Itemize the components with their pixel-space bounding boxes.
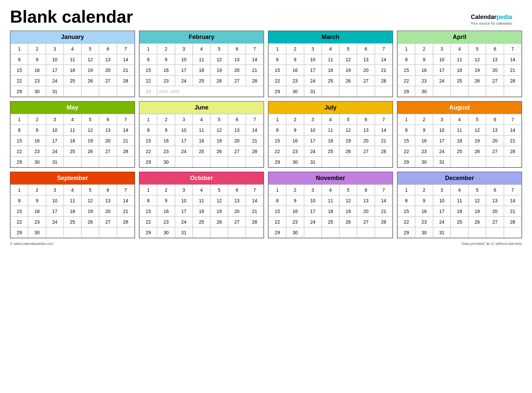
month-header-jan: January: [10, 31, 135, 43]
day-cell: 24: [46, 76, 64, 86]
day-cell: [468, 86, 486, 97]
day-cell: 25: [322, 76, 339, 86]
month-header-dec: December: [397, 172, 522, 184]
day-cell: 27: [486, 76, 504, 86]
month-header-jul: July: [268, 101, 393, 114]
day-cell: 5: [339, 44, 357, 54]
day-cell: 6: [228, 44, 246, 54]
day-cell: 1: [140, 114, 157, 125]
day-cell: 25: [64, 217, 81, 227]
day-cell: 23: [28, 76, 46, 86]
day-cell: 10: [304, 54, 322, 65]
day-cell: 8: [11, 125, 28, 135]
day-cell: 14: [504, 195, 521, 206]
day-cell: 29: [140, 227, 157, 238]
day-cell: 20: [357, 65, 375, 76]
day-cell: 25: [64, 76, 81, 86]
day-cell: 24: [46, 217, 64, 227]
day-cell: 6: [357, 114, 375, 125]
day-cell: 2: [28, 185, 46, 195]
day-cell: 2: [157, 44, 175, 54]
day-cell: 10: [304, 125, 322, 135]
day-cell: 2: [286, 44, 304, 54]
day-cell: 4: [64, 44, 81, 54]
day-cell: [193, 157, 210, 167]
day-cell: 21: [246, 65, 263, 76]
day-cell: 3: [304, 114, 322, 125]
table-row: 1234567: [11, 114, 135, 125]
day-cell: 1: [11, 185, 28, 195]
day-cell: 3: [304, 44, 322, 54]
day-cell: 25: [451, 146, 468, 157]
day-cell: 9: [157, 195, 175, 206]
day-cell: 19: [81, 135, 99, 146]
day-cell: 5: [81, 44, 99, 54]
day-cell: 15: [11, 135, 28, 146]
table-row: 22232425262728: [11, 146, 135, 157]
day-cell: 21: [246, 135, 263, 146]
table-row: 15161718192021: [140, 65, 264, 76]
day-cell: 2: [157, 185, 175, 195]
day-cell: 5: [210, 185, 228, 195]
day-cell: 17: [304, 135, 322, 146]
day-cell: 31: [175, 227, 193, 238]
day-cell: 26: [339, 76, 357, 86]
logo-tagline: Your source for calendars: [470, 21, 512, 26]
day-cell: 11: [193, 54, 210, 65]
day-cell: 5: [468, 185, 486, 195]
day-cell: 16: [286, 135, 304, 146]
day-cell: [486, 157, 504, 167]
day-cell: 18: [193, 206, 210, 217]
day-cell: [375, 157, 392, 167]
table-row: 15161718192021: [11, 206, 135, 217]
day-cell: 27: [228, 146, 246, 157]
table-row: 1234567: [11, 185, 135, 195]
day-cell: 30: [415, 157, 433, 167]
table-row: 22232425262728: [269, 76, 393, 86]
day-cell: 18: [193, 65, 210, 76]
day-cell: 8: [269, 54, 286, 65]
day-cell: 15: [269, 65, 286, 76]
day-cell: [210, 157, 228, 167]
day-cell: 12: [81, 54, 99, 65]
day-cell: 19: [468, 65, 486, 76]
day-cell: 17: [46, 65, 64, 76]
day-cell: 7: [117, 185, 134, 195]
table-row: 22232425262728: [398, 217, 522, 227]
day-cell: 19: [339, 65, 357, 76]
day-cell: [228, 227, 246, 238]
day-cell: 11: [193, 195, 210, 206]
day-cell: 8: [140, 195, 157, 206]
day-cell: 5: [339, 185, 357, 195]
day-cell: 23: [157, 146, 175, 157]
day-cell: 22: [269, 76, 286, 86]
day-cell: 27: [486, 146, 504, 157]
day-cell: 24: [304, 76, 322, 86]
calendar-grid: January123456789101112131415161718192021…: [10, 31, 522, 238]
day-cell: 20: [228, 135, 246, 146]
day-cell: 19: [468, 206, 486, 217]
day-cell: 11: [322, 195, 339, 206]
day-cell: 13: [228, 125, 246, 135]
day-cell: 29: [140, 86, 157, 97]
day-cell: 9: [157, 54, 175, 65]
day-cell: [504, 86, 521, 97]
day-cell: 28: [504, 76, 521, 86]
day-cell: 26: [468, 146, 486, 157]
day-cell: [451, 227, 468, 238]
day-cell: 2: [28, 44, 46, 54]
day-cell: [304, 227, 322, 238]
day-cell: 1: [269, 114, 286, 125]
day-cell: 25: [322, 217, 339, 227]
day-cell: 26: [81, 146, 99, 157]
month-aug: August1234567891011121314151617181920212…: [397, 101, 522, 168]
day-cell: 3: [175, 114, 193, 125]
day-cell: 31: [304, 86, 322, 97]
day-cell: 24: [46, 146, 64, 157]
day-cell: 22: [11, 76, 28, 86]
month-table-sep: 1234567891011121314151617181920212223242…: [10, 184, 135, 238]
day-cell: 13: [228, 54, 246, 65]
day-cell: 18: [451, 65, 468, 76]
day-cell: [193, 227, 210, 238]
day-cell: 7: [375, 114, 392, 125]
